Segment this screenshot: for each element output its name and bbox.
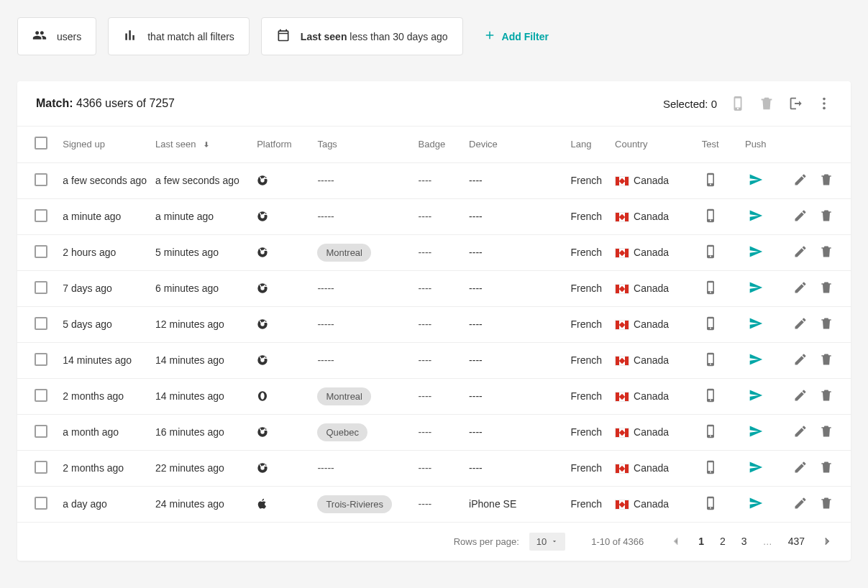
table-row[interactable]: 7 days ago 6 minutes ago ----- ---- ----…: [17, 270, 851, 306]
col-signed-up[interactable]: Signed up: [58, 127, 151, 162]
edit-button[interactable]: [793, 208, 808, 225]
table-row[interactable]: a few seconds ago a few seconds ago ----…: [17, 162, 851, 198]
test-device-button[interactable]: [703, 213, 718, 225]
row-checkbox[interactable]: [35, 497, 47, 510]
row-checkbox[interactable]: [35, 461, 47, 474]
edit-button[interactable]: [793, 280, 808, 297]
row-checkbox[interactable]: [35, 425, 47, 438]
filter-users-card[interactable]: users: [17, 17, 96, 55]
cell-lang: French: [566, 162, 611, 198]
users-icon: [32, 28, 47, 45]
table-row[interactable]: 2 months ago 22 minutes ago ----- ---- -…: [17, 450, 851, 486]
tag-chip[interactable]: Montreal: [317, 244, 371, 262]
pager-page-1[interactable]: 1: [698, 536, 704, 547]
test-device-button[interactable]: [703, 285, 718, 297]
test-device-button[interactable]: [703, 501, 718, 513]
send-push-button[interactable]: [749, 178, 763, 189]
cell-lang: French: [566, 378, 611, 414]
edit-button[interactable]: [793, 496, 808, 513]
add-filter-button[interactable]: Add Filter: [475, 19, 557, 54]
row-checkbox[interactable]: [35, 317, 47, 330]
tags-empty: -----: [317, 282, 334, 294]
test-device-button[interactable]: [703, 465, 718, 477]
row-checkbox[interactable]: [35, 173, 47, 186]
action-export-button[interactable]: [787, 96, 803, 111]
sort-desc-icon: [201, 139, 211, 150]
send-push-button[interactable]: [749, 357, 763, 369]
col-badge[interactable]: Badge: [414, 127, 465, 162]
pager-page-2[interactable]: 2: [720, 536, 726, 547]
add-filter-label: Add Filter: [502, 31, 549, 42]
col-platform[interactable]: Platform: [252, 127, 313, 162]
delete-button[interactable]: [819, 460, 833, 477]
send-push-button[interactable]: [749, 285, 763, 297]
send-push-button[interactable]: [749, 393, 763, 405]
table-row[interactable]: 2 hours ago 5 minutes ago Montreal ---- …: [17, 234, 851, 270]
send-push-button[interactable]: [749, 429, 763, 441]
edit-button[interactable]: [793, 352, 808, 369]
canada-flag-icon: [615, 284, 629, 294]
action-delete-button[interactable]: [759, 96, 775, 111]
edit-button[interactable]: [793, 173, 808, 189]
col-tags[interactable]: Tags: [313, 127, 414, 162]
edit-button[interactable]: [793, 460, 808, 477]
rows-per-page-select[interactable]: 10: [529, 533, 565, 551]
delete-button[interactable]: [819, 244, 833, 261]
tag-chip[interactable]: Montreal: [317, 387, 371, 405]
table-row[interactable]: 5 days ago 12 minutes ago ----- ---- ---…: [17, 306, 851, 342]
edit-button[interactable]: [793, 244, 808, 261]
row-checkbox[interactable]: [35, 389, 47, 402]
delete-button[interactable]: [819, 388, 833, 405]
test-device-button[interactable]: [703, 429, 718, 441]
table-row[interactable]: a month ago 16 minutes ago Quebec ---- -…: [17, 414, 851, 450]
delete-button[interactable]: [819, 496, 833, 513]
send-push-button[interactable]: [749, 321, 763, 333]
tags-empty: -----: [317, 354, 334, 366]
col-device[interactable]: Device: [465, 127, 566, 162]
cell-badge: ----: [414, 342, 465, 378]
col-lang[interactable]: Lang: [566, 127, 611, 162]
delete-button[interactable]: [819, 208, 833, 225]
table-row[interactable]: 14 minutes ago 14 minutes ago ----- ----…: [17, 342, 851, 378]
delete-button[interactable]: [819, 316, 833, 333]
col-country[interactable]: Country: [611, 127, 688, 162]
send-push-button[interactable]: [749, 249, 763, 261]
pager-next-button[interactable]: [821, 535, 833, 548]
filter-active-card[interactable]: Last seen less than 30 days ago: [261, 17, 463, 55]
row-checkbox[interactable]: [35, 209, 47, 222]
table-row[interactable]: a minute ago a minute ago ----- ---- ---…: [17, 198, 851, 234]
edit-button[interactable]: [793, 388, 808, 405]
edit-button[interactable]: [793, 316, 808, 333]
test-device-button[interactable]: [703, 249, 718, 261]
pager-last-page[interactable]: 437: [788, 536, 805, 547]
tag-chip[interactable]: Quebec: [317, 423, 367, 441]
test-device-button[interactable]: [703, 178, 718, 189]
pager-page-3[interactable]: 3: [741, 536, 747, 547]
delete-button[interactable]: [819, 424, 833, 441]
row-checkbox[interactable]: [35, 245, 47, 258]
action-more-button[interactable]: [816, 96, 832, 111]
col-last-seen[interactable]: Last seen: [151, 127, 252, 162]
send-push-button[interactable]: [749, 501, 763, 513]
col-test[interactable]: Test: [688, 127, 731, 162]
send-push-button[interactable]: [749, 213, 763, 225]
delete-button[interactable]: [819, 173, 833, 189]
row-checkbox[interactable]: [35, 353, 47, 366]
plus-icon: [483, 29, 496, 44]
send-push-button[interactable]: [749, 465, 763, 477]
test-device-button[interactable]: [703, 393, 718, 405]
delete-button[interactable]: [819, 280, 833, 297]
col-push[interactable]: Push: [732, 127, 780, 162]
table-row[interactable]: a day ago 24 minutes ago Trois-Rivieres …: [17, 486, 851, 522]
delete-button[interactable]: [819, 352, 833, 369]
tag-chip[interactable]: Trois-Rivieres: [317, 495, 392, 513]
filter-match-mode-card[interactable]: that match all filters: [108, 17, 250, 55]
table-row[interactable]: 2 months ago 14 minutes ago Montreal ---…: [17, 378, 851, 414]
test-device-button[interactable]: [703, 357, 718, 369]
action-test-device-button[interactable]: [730, 96, 746, 111]
pager-prev-button[interactable]: [670, 535, 682, 548]
row-checkbox[interactable]: [35, 281, 47, 294]
edit-button[interactable]: [793, 424, 808, 441]
select-all-checkbox[interactable]: [35, 137, 47, 150]
test-device-button[interactable]: [703, 321, 718, 333]
